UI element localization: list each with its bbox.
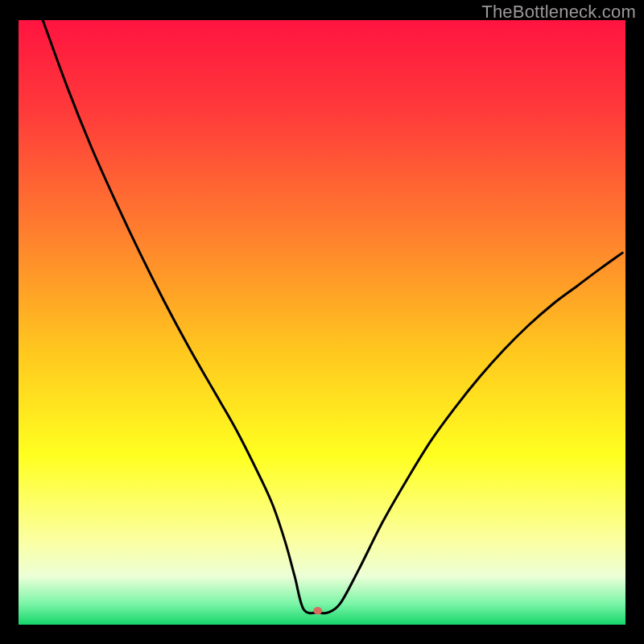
gradient-background xyxy=(19,20,625,625)
watermark-text: TheBottleneck.com xyxy=(481,2,636,23)
chart-svg xyxy=(19,20,625,625)
optimal-point-marker xyxy=(313,607,322,614)
bottleneck-chart-frame: TheBottleneck.com xyxy=(0,0,644,644)
plot-area xyxy=(19,20,625,625)
